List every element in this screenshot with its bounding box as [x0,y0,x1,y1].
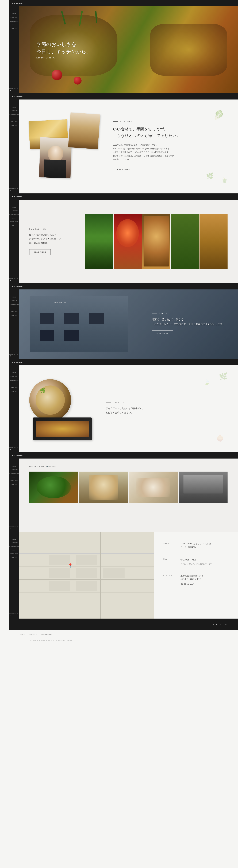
space-read-more[interactable]: READ MORE [152,331,173,336]
space-text: SPACE 清潔で、居心地よく、温かく。 「おかえりなさい」の気持ちで、今日もお… [152,312,225,336]
instagram-label: INSTAGRAM [29,465,44,467]
footer-nav-concept[interactable]: CONCEPT [29,633,37,635]
concept-body: 2022年7月、立川駅南口徒歩7分の場所にオープン。 M'S DININGは、そ… [113,143,228,161]
sidebar-3: HOME CONCEPT FOOD&DRINK SPACE TAKE OUT C… [9,200,19,283]
concept-text-block: 🥬 🌿 CONCEPT いい食材で、手間を惜しまず。 「もうひとつのわが家」であ… [113,121,228,173]
sidebar-item-food-4[interactable]: FOOD&DRINK [9,304,19,305]
sidebar-5: HOME CONCEPT FOOD&DRINK SPACE TAKE OUT C… [9,365,19,452]
hero-section: M'S DINING HOME CONCEPT FOOD&DRINK SPACE… [9,0,238,93]
sidebar-item-home-4[interactable]: HOME [12,297,17,298]
sidebar-item-takeout-6[interactable]: TAKE OUT [10,480,18,481]
header-logo-5: M'S DINING [9,361,25,363]
takeout-image-1: 🌿 [29,379,71,421]
food-label: FOOD&DRINK [29,228,75,230]
sidebar-item-space-1[interactable]: SPACE [12,24,17,25]
contact-info: OPEN 17:00 - 23:00（しばらく22:00まで） 日・月・祝は定休… [154,532,238,619]
google-map-link[interactable]: GOOGLE MAP [181,583,194,585]
hero-title: 季節のおいしさを 今日も、キッチンから。 [36,41,91,55]
sidebar-item-food-6[interactable]: FOOD&DRINK [9,473,19,474]
twitter-icon-7[interactable]: ✕ [10,615,12,617]
food-image-3 [142,214,170,269]
footer-nav-food[interactable]: FOOD&DRINK [41,633,52,635]
sidebar-nav-2: HOME CONCEPT FOOD&DRINK SPACE TAKE OUT C… [9,103,19,188]
hero-text: 季節のおいしさを 今日も、キッチンから。 Eat the Season. [36,41,91,59]
sidebar-item-home-5[interactable]: HOME [12,372,17,373]
instagram-image-3[interactable] [129,472,178,503]
sidebar-item-concept-3[interactable]: CONCEPT [10,210,18,212]
twitter-icon-6[interactable]: ✕ [10,528,12,529]
follow-us-7: FOLLOW US ✕ [9,613,19,619]
instagram-image-2[interactable] [79,472,128,503]
header-logo-3: M'S DINING [9,196,25,197]
contact-row-access: ACCESS 東京都立川市錦町1-6-14 1F JR 7番口・西口 徒歩7分 … [163,574,229,590]
twitter-icon-2[interactable]: ✕ [10,189,12,191]
map-area[interactable]: 📍 [19,532,154,619]
sidebar-item-space-5[interactable]: SPACE [12,383,17,384]
section-header-5: M'S DINING [9,359,238,365]
sidebar-item-food-7[interactable]: FOOD&DRINK [9,546,19,547]
sidebar-item-food-1[interactable]: FOOD&DRINK [9,21,19,22]
sidebar-item-contact-4[interactable]: CONTACT [10,315,18,316]
sidebar-2: HOME CONCEPT FOOD&DRINK SPACE TAKE OUT C… [9,99,19,193]
sidebar-item-takeout-2[interactable]: TAKE OUT [10,121,18,122]
food-image-5 [200,214,228,269]
map-contact-content: 📍 OPEN 17:00 - 23:00（しばらく22:00まで） 日・月・祝は… [19,532,238,619]
sidebar-item-concept-1[interactable]: CONCEPT [10,17,18,18]
sidebar-item-contact-6[interactable]: CONTACT [10,484,18,485]
food-image-2 [114,214,142,269]
sidebar-item-contact-7[interactable]: CONTACT [10,557,18,558]
concept-image-2 [39,137,72,178]
footer-nav: HOME CONCEPT FOOD&DRINK [20,633,228,635]
concept-read-more[interactable]: READ MORE [113,167,134,173]
sidebar-item-concept-5[interactable]: CONCEPT [10,376,18,377]
concept-section: M'S DINING HOME CONCEPT FOOD&DRINK SPACE… [9,93,238,193]
section-header-2: M'S DINING [9,93,238,99]
sidebar-item-food-3[interactable]: FOOD&DRINK [9,214,19,215]
twitter-icon-1[interactable]: ✕ [10,89,12,91]
contact-cta-link[interactable]: CONTACT → [209,623,228,626]
onion-sketch: 🧅 [216,435,224,442]
sidebar-item-space-2[interactable]: SPACE [12,117,17,119]
sidebar-item-space-3[interactable]: SPACE [12,218,17,219]
sidebar-item-concept-2[interactable]: CONCEPT [10,110,18,111]
sidebar-item-concept-4[interactable]: CONCEPT [10,300,18,301]
twitter-icon-4[interactable]: ✕ [10,355,12,357]
sidebar-item-home-7[interactable]: HOME [12,538,17,540]
footer-nav-home[interactable]: HOME [20,633,25,635]
food-section: M'S DINING HOME CONCEPT FOOD&DRINK SPACE… [9,193,238,283]
sidebar-item-food-2[interactable]: FOOD&DRINK [9,114,19,115]
sidebar-4: HOME CONCEPT FOOD&DRINK SPACE TAKE OUT C… [9,289,19,359]
sidebar-item-home-2[interactable]: HOME [12,106,17,108]
sidebar-item-space-6[interactable]: SPACE [12,476,17,478]
space-heading: 清潔で、居心地よく、温かく。 「おかえりなさい」の気持ちで、今日もお客さまをお迎… [152,317,225,326]
sidebar-nav-4: HOME CONCEPT FOOD&DRINK SPACE TAKE OUT C… [9,293,19,354]
concept-content: 🥬 🌿 CONCEPT いい食材で、手間を惜しまず。 「もうひとつのわが家」であ… [19,99,238,193]
sidebar-item-space-7[interactable]: SPACE [12,550,17,551]
sidebar-item-home-1[interactable]: HOME [12,13,17,14]
sidebar-item-takeout-4[interactable]: TAKE OUT [10,311,18,312]
twitter-icon-5[interactable]: ✕ [10,448,12,450]
follow-us-4: FOLLOW US ✕ [9,354,19,359]
sidebar-item-home-3[interactable]: HOME [12,207,17,208]
instagram-image-4[interactable] [179,472,228,503]
sidebar-item-takeout-3[interactable]: TAKE OUT [10,221,18,222]
takeout-text-block: TAKE OUT テイクアウトはただいま準備中です。 しばらくお待ちください。 [106,402,228,416]
sidebar-item-contact-1[interactable]: CONTACT [10,28,18,29]
tel-label: TEL [163,558,177,566]
twitter-icon-3[interactable]: ✕ [10,279,12,281]
sidebar-item-takeout-5[interactable]: TAKE OUT [10,387,18,388]
food-read-more[interactable]: READ MORE [29,249,51,255]
sidebar-item-contact-5[interactable]: CONTACT [10,391,18,392]
food-content: FOOD&DRINK ゆっくりお食みたい人にも お腹が空いている人にも嬉しい 彩… [19,200,238,283]
sidebar-item-contact-2[interactable]: CONTACT [10,125,18,126]
sidebar-item-contact-3[interactable]: CONTACT [10,225,18,226]
sidebar-item-food-5[interactable]: FOOD&DRINK [9,379,19,381]
instagram-handle[interactable]: 📷 @msdinig_t [46,465,57,467]
sidebar-item-space-4[interactable]: SPACE [12,307,17,309]
sidebar-item-takeout-7[interactable]: TAKE OUT [10,553,18,554]
instagram-image-1[interactable] [29,472,78,503]
sidebar-item-concept-6[interactable]: CONCEPT [10,469,18,470]
sidebar-item-concept-7[interactable]: CONCEPT [10,542,18,544]
sidebar-item-home-6[interactable]: HOME [12,465,17,467]
follow-us-2: FOLLOW US ✕ [9,188,19,193]
